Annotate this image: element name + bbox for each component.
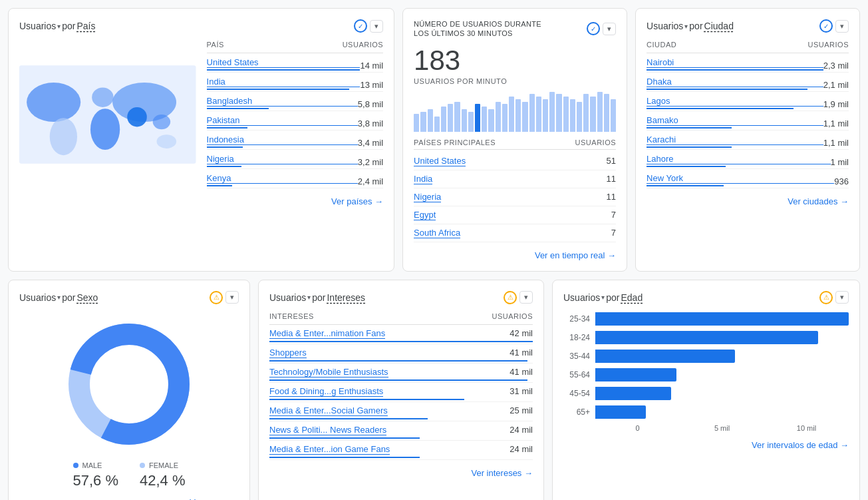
mini-bar: [577, 102, 582, 132]
dropdown-arrow-country[interactable]: ▾: [57, 23, 61, 30]
edad-header: Usuarios ▾ por Edad ⚠ ▾: [563, 291, 849, 304]
dropdown-btn-edad[interactable]: ▾: [835, 291, 849, 304]
title-prefix-cities: Usuarios: [647, 21, 683, 31]
country-name[interactable]: India: [207, 77, 361, 87]
realtime-country-value: 11: [607, 192, 616, 202]
mini-bar: [482, 107, 487, 132]
city-value: 2,3 mil: [823, 61, 849, 71]
country-name[interactable]: United States: [207, 57, 361, 68]
card-edad: Usuarios ▾ por Edad ⚠ ▾ 25-34 18-24 35-4…: [552, 280, 860, 500]
footer-link-sexo[interactable]: Ver sexos →: [19, 497, 239, 500]
realtime-country-name[interactable]: India: [414, 174, 432, 184]
card-cities: Usuarios ▾ por Ciudad ✓ ▾ CIUDAD USUARIO…: [635, 8, 860, 272]
dot-male: [73, 463, 78, 468]
interest-name[interactable]: Media & Enter...nimation Fans: [269, 328, 385, 339]
country-value: 5,8 mil: [358, 99, 383, 109]
title-middle-country: por: [62, 21, 75, 31]
mini-bar: [549, 92, 555, 132]
cities-table-header: CIUDAD USUARIOS: [647, 41, 849, 53]
interest-name[interactable]: Media & Enter...Social Gamers: [269, 405, 388, 416]
interest-name[interactable]: News & Politi... News Readers: [269, 425, 386, 435]
title-suffix-intereses: Intereses: [327, 292, 365, 303]
city-name[interactable]: New York: [647, 173, 834, 184]
legend-female: FEMALE 42,4 %: [140, 461, 186, 489]
value-female: 42,4 %: [140, 472, 186, 489]
footer-link-cities[interactable]: Ver ciudades →: [647, 196, 849, 206]
country-name[interactable]: Kenya: [207, 173, 358, 184]
map-content: PAÍS USUARIOS United States 14 mil India…: [19, 41, 383, 188]
dropdown-arrow-sexo[interactable]: ▾: [57, 294, 61, 301]
age-label: 65+: [563, 407, 590, 417]
mini-bar: [611, 99, 616, 132]
mini-bar: [414, 114, 419, 131]
age-row: 35-44: [563, 350, 849, 363]
table-row: Pakistan 3,8 mil: [207, 111, 384, 130]
realtime-country-name[interactable]: United States: [414, 156, 466, 166]
mini-bar: [475, 104, 480, 131]
card-sexo: Usuarios ▾ por Sexo ⚠ ▾: [8, 280, 250, 500]
dropdown-btn-cities[interactable]: ▾: [835, 20, 849, 33]
country-name[interactable]: Indonesia: [207, 134, 358, 145]
list-item: News & Politi... News Readers 24 mil: [269, 421, 533, 441]
city-name[interactable]: Nairobi: [647, 57, 823, 68]
card-title-edad: Usuarios ▾ por Edad: [563, 292, 643, 303]
col-usuarios-intereses-header: USUARIOS: [492, 312, 533, 320]
interest-value: 24 mil: [509, 425, 533, 435]
footer-link-countries[interactable]: Ver países →: [19, 196, 383, 206]
dropdown-btn-intereses[interactable]: ▾: [519, 291, 533, 304]
dropdown-arrow-cities[interactable]: ▾: [684, 23, 688, 30]
footer-link-intereses[interactable]: Ver intereses →: [269, 468, 533, 478]
footer-link-realtime[interactable]: Ver en tiempo real →: [414, 250, 616, 260]
realtime-country-name[interactable]: Egypt: [414, 210, 436, 220]
interests-table: INTERESES USUARIOS Media & Enter...nimat…: [269, 312, 533, 460]
age-bar-bg: [595, 350, 849, 363]
footer-link-edad[interactable]: Ver intervalos de edad →: [563, 440, 849, 450]
table-row: Bangladesh 5,8 mil: [207, 92, 384, 111]
realtime-country-name[interactable]: South Africa: [414, 228, 460, 238]
mini-bar: [420, 112, 426, 132]
edad-actions: ⚠ ▾: [819, 291, 849, 304]
age-row: 18-24: [563, 331, 849, 344]
label-male: MALE: [82, 461, 102, 469]
table-row: United States 14 mil: [207, 53, 384, 73]
dropdown-btn-realtime[interactable]: ▾: [603, 23, 616, 35]
svg-point-6: [127, 107, 147, 127]
title-suffix-country: País: [76, 21, 95, 31]
interest-name[interactable]: Food & Dining...g Enthusiasts: [269, 386, 383, 397]
table-row: Egypt 7: [414, 206, 616, 224]
interest-name[interactable]: Shoppers: [269, 348, 307, 358]
interest-value: 24 mil: [509, 444, 533, 455]
city-name[interactable]: Karachi: [647, 134, 823, 145]
col-ciudad-header: CIUDAD: [647, 41, 676, 49]
mini-bar: [556, 94, 561, 131]
country-value: 3,4 mil: [358, 138, 383, 148]
interest-name[interactable]: Media & Enter...ion Game Fans: [269, 444, 390, 455]
city-name[interactable]: Dhaka: [647, 77, 823, 87]
city-name[interactable]: Lahore: [647, 154, 831, 164]
title-middle-cities: por: [689, 21, 702, 31]
cities-rows: Nairobi 2,3 mil Dhaka 2,1 mil Lagos 1,9 …: [647, 53, 849, 188]
city-value: 1,1 mil: [823, 138, 849, 148]
country-value: 14 mil: [360, 61, 383, 71]
list-item: Media & Enter...Social Gamers 25 mil: [269, 402, 533, 421]
country-name[interactable]: Bangladesh: [207, 96, 358, 107]
age-label: 35-44: [563, 352, 590, 361]
realtime-country-name[interactable]: Nigeria: [414, 192, 441, 202]
title-suffix-sexo: Sexo: [76, 292, 98, 303]
city-name[interactable]: Bamako: [647, 115, 823, 126]
interest-value: 41 mil: [509, 348, 533, 358]
dropdown-arrow-intereses[interactable]: ▾: [307, 294, 311, 301]
title-prefix-country: Usuarios: [19, 21, 56, 31]
country-name[interactable]: Pakistan: [207, 115, 358, 126]
dropdown-btn-sexo[interactable]: ▾: [225, 291, 239, 304]
dropdown-arrow-edad[interactable]: ▾: [601, 294, 605, 301]
country-name[interactable]: Nigeria: [207, 154, 358, 164]
dropdown-btn-country[interactable]: ▾: [370, 20, 383, 33]
col-pais-header: PAÍS: [207, 41, 224, 49]
mini-bar: [509, 97, 514, 132]
country-value: 13 mil: [360, 80, 383, 90]
dot-female: [140, 463, 145, 468]
realtime-rows: United States 51 India 11 Nigeria 11 Egy…: [414, 152, 616, 242]
city-name[interactable]: Lagos: [647, 96, 823, 107]
interest-name[interactable]: Technology/Mobile Enthusiasts: [269, 367, 388, 377]
